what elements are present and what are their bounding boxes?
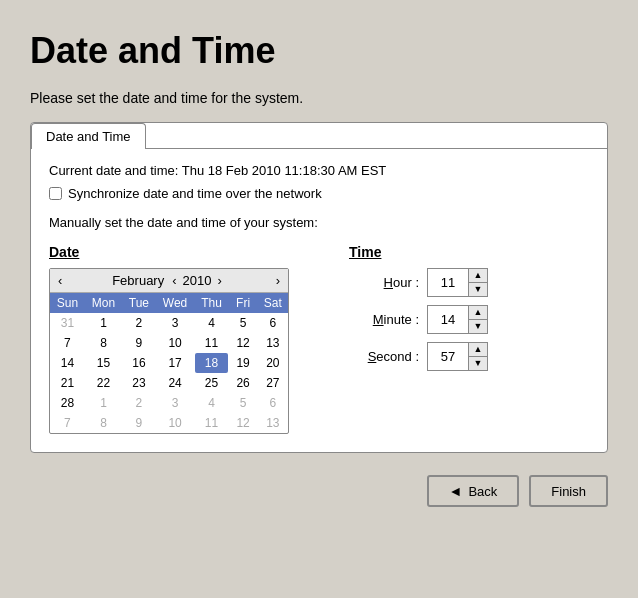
calendar-week-row: 14151617181920 [50,353,288,373]
tab-container: Date and Time Current date and time: Thu… [30,122,608,453]
calendar-day[interactable]: 15 [85,353,123,373]
calendar-day[interactable]: 17 [156,353,195,373]
tab-header: Date and Time [31,123,607,149]
calendar-day[interactable]: 6 [258,313,288,333]
calendar-day: 11 [195,413,229,433]
hour-input[interactable] [428,273,468,292]
calendar-day[interactable]: 5 [228,313,257,333]
hour-up-btn[interactable]: ▲ [469,269,487,283]
cal-header-sat: Sat [258,293,288,313]
page-title: Date and Time [30,30,608,72]
hour-row: Hour : ▲ ▼ [349,268,488,297]
calendar-nav: ‹ February ‹ 2010 › › [50,269,288,293]
second-down-btn[interactable]: ▼ [469,357,487,370]
minute-row: Minute : ▲ ▼ [349,305,488,334]
calendar-day[interactable]: 4 [195,313,229,333]
calendar-day[interactable]: 25 [195,373,229,393]
cal-header-wed: Wed [156,293,195,313]
calendar-day: 5 [228,393,257,413]
cal-header-sun: Sun [50,293,85,313]
page-subtitle: Please set the date and time for the sys… [30,90,608,106]
second-up-btn[interactable]: ▲ [469,343,487,357]
bottom-bar: ◄ Back Finish [30,475,608,507]
calendar-day[interactable]: 19 [228,353,257,373]
tab-date-time[interactable]: Date and Time [31,123,146,149]
calendar-day[interactable]: 9 [122,333,155,353]
date-time-row: Date ‹ February ‹ 2010 › › [49,244,589,434]
calendar-day[interactable]: 22 [85,373,123,393]
minute-up-btn[interactable]: ▲ [469,306,487,320]
calendar-day[interactable]: 13 [258,333,288,353]
month-year-display: February ‹ 2010 › [66,272,271,289]
prev-month-btn[interactable]: ‹ [54,272,66,289]
calendar-day[interactable]: 26 [228,373,257,393]
minute-spinner-btns: ▲ ▼ [468,306,487,333]
back-button[interactable]: ◄ Back [427,475,520,507]
calendar-day[interactable]: 3 [156,313,195,333]
calendar-day: 7 [50,413,85,433]
calendar-day[interactable]: 11 [195,333,229,353]
next-year-btn[interactable]: › [213,272,225,289]
cal-header-fri: Fri [228,293,257,313]
calendar-day: 3 [156,393,195,413]
calendar-day[interactable]: 21 [50,373,85,393]
calendar-day[interactable]: 23 [122,373,155,393]
calendar-week-row: 78910111213 [50,413,288,433]
calendar-day[interactable]: 18 [195,353,229,373]
cal-header-thu: Thu [195,293,229,313]
hour-spinner: ▲ ▼ [427,268,488,297]
calendar-day: 2 [122,393,155,413]
calendar-day[interactable]: 16 [122,353,155,373]
cal-header-mon: Mon [85,293,123,313]
calendar-day[interactable]: 28 [50,393,85,413]
sync-checkbox[interactable] [49,187,62,200]
calendar-day[interactable]: 8 [85,333,123,353]
year-section: ‹ 2010 › [168,272,226,289]
minute-input[interactable] [428,310,468,329]
calendar-week-row: 21222324252627 [50,373,288,393]
calendar-day: 13 [258,413,288,433]
hour-spinner-btns: ▲ ▼ [468,269,487,296]
second-spinner-btns: ▲ ▼ [468,343,487,370]
calendar-day[interactable]: 24 [156,373,195,393]
minute-spinner: ▲ ▼ [427,305,488,334]
calendar-day: 6 [258,393,288,413]
calendar-day[interactable]: 20 [258,353,288,373]
finish-button[interactable]: Finish [529,475,608,507]
sync-row: Synchronize date and time over the netwo… [49,186,589,201]
calendar-day[interactable]: 7 [50,333,85,353]
calendar-day: 12 [228,413,257,433]
calendar-day: 4 [195,393,229,413]
calendar-week-row: 31123456 [50,313,288,333]
finish-label: Finish [551,484,586,499]
cal-header-tue: Tue [122,293,155,313]
minute-down-btn[interactable]: ▼ [469,320,487,333]
current-datetime-label: Current date and time: [49,163,178,178]
hour-down-btn[interactable]: ▼ [469,283,487,296]
calendar-year: 2010 [183,273,212,288]
calendar-day: 8 [85,413,123,433]
current-datetime-row: Current date and time: Thu 18 Feb 2010 1… [49,163,589,178]
second-input[interactable] [428,347,468,366]
calendar-day[interactable]: 27 [258,373,288,393]
calendar-week-row: 28123456 [50,393,288,413]
back-label: Back [468,484,497,499]
calendar-day[interactable]: 14 [50,353,85,373]
calendar-day: 1 [85,393,123,413]
back-icon: ◄ [449,483,463,499]
next-month-btn[interactable]: › [272,272,284,289]
tab-content: Current date and time: Thu 18 Feb 2010 1… [31,149,607,452]
calendar-day: 10 [156,413,195,433]
calendar-day: 31 [50,313,85,333]
calendar-day[interactable]: 12 [228,333,257,353]
calendar-day[interactable]: 1 [85,313,123,333]
prev-year-btn[interactable]: ‹ [168,272,180,289]
second-spinner: ▲ ▼ [427,342,488,371]
second-label: Second : [349,349,419,364]
calendar-month: February [112,273,164,288]
time-section-title: Time [349,244,488,260]
calendar: ‹ February ‹ 2010 › › [49,268,289,434]
date-section-title: Date [49,244,289,260]
calendar-day[interactable]: 10 [156,333,195,353]
calendar-day[interactable]: 2 [122,313,155,333]
